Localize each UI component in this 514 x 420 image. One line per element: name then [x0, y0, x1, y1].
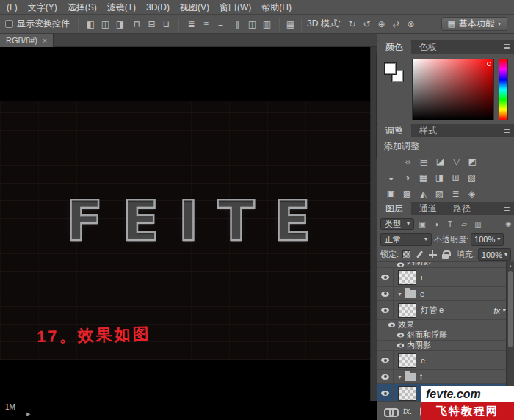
document-tab[interactable]: RGB/8#) × [0, 34, 54, 47]
color-balance-icon[interactable]: ◑ [400, 172, 414, 184]
distribute-left-icon[interactable]: ∥ [231, 18, 245, 31]
tab-adjustments[interactable]: 调整 [377, 124, 411, 137]
group-row-f[interactable]: ▼ f [377, 370, 514, 384]
channel-mixer-icon[interactable]: ⊞ [449, 172, 463, 184]
expand-triangle-icon[interactable]: ▼ [397, 374, 402, 380]
scrollbar-thumb[interactable] [508, 271, 513, 347]
foreground-color-swatch[interactable] [384, 62, 397, 75]
tab-channels[interactable]: 通道 [411, 202, 445, 215]
layer-row-tube-e[interactable]: 灯管 e fx ▾ [377, 301, 514, 320]
tab-swatches[interactable]: 色板 [411, 40, 445, 54]
lock-position-icon[interactable] [427, 249, 438, 260]
menu-type[interactable]: 文字(Y) [23, 0, 62, 15]
distribute-hcenter-icon[interactable]: ◫ [245, 18, 259, 31]
align-left-icon[interactable]: ◧ [84, 18, 98, 31]
blend-mode-select[interactable]: 正常 ▾ [380, 233, 432, 246]
filter-toggle-icon[interactable]: ◉ [505, 220, 511, 228]
layer-fx-badge[interactable]: fx ▾ [493, 306, 505, 315]
effect-row-bevel-emboss[interactable]: 斜面和浮雕 [377, 330, 514, 341]
distribute-vcenter-icon[interactable]: ≡ [199, 18, 213, 31]
visibility-eye-icon[interactable] [397, 344, 403, 348]
menu-3d[interactable]: 3D(D) [141, 0, 175, 15]
3d-scale-icon[interactable]: ⊗ [404, 18, 418, 31]
selective-color-icon[interactable]: ≣ [449, 188, 463, 200]
fill-field[interactable]: 100% ▾ [478, 248, 511, 261]
saturation-brightness-field[interactable] [412, 59, 494, 120]
distribute-bottom-icon[interactable]: = [214, 18, 228, 31]
scroll-up-icon[interactable]: ▲ [507, 264, 514, 268]
show-transform-checkbox[interactable] [5, 20, 13, 28]
layer-thumbnail[interactable] [398, 386, 416, 401]
3d-rotate-icon[interactable]: ↻ [345, 18, 359, 31]
gradient-map-icon[interactable]: ▨ [432, 188, 446, 200]
visibility-eye-icon[interactable] [397, 333, 403, 338]
filter-adjustment-layers-icon[interactable]: ◑ [430, 218, 442, 230]
curves-icon[interactable]: ◪ [433, 156, 447, 168]
panel-menu-icon[interactable]: ≣ [504, 203, 510, 213]
panel-menu-icon[interactable]: ≣ [504, 42, 510, 51]
effect-row-inner-shadow-partial[interactable]: 内阴影 [377, 262, 514, 268]
lock-transparency-icon[interactable] [402, 249, 412, 260]
filter-shape-layers-icon[interactable]: ▱ [458, 218, 470, 230]
3d-drag-icon[interactable]: ⊕ [374, 18, 388, 31]
visibility-eye-icon[interactable] [397, 263, 403, 267]
filter-type-layers-icon[interactable]: T [444, 218, 456, 230]
auto-align-icon[interactable]: ▦ [283, 18, 297, 31]
menu-view[interactable]: 视图(V) [175, 0, 214, 15]
align-hcenter-icon[interactable]: ◫ [98, 18, 112, 31]
tab-paths[interactable]: 路径 [445, 202, 479, 215]
expand-triangle-icon[interactable]: ▼ [397, 292, 402, 297]
color-picker-dot[interactable] [487, 62, 491, 66]
visibility-eye-icon[interactable] [381, 391, 389, 396]
menu-select[interactable]: 选择(S) [62, 0, 102, 15]
lock-all-icon[interactable] [441, 249, 451, 260]
layer-thumbnail[interactable] [398, 353, 416, 368]
visibility-eye-icon[interactable] [381, 275, 389, 280]
align-vcenter-icon[interactable]: ⊟ [145, 18, 159, 31]
tab-styles[interactable]: 样式 [411, 124, 445, 137]
filter-smart-objects-icon[interactable]: ▥ [472, 218, 484, 230]
link-layers-button[interactable] [384, 408, 396, 414]
hue-slider[interactable] [499, 59, 508, 120]
layer-row-e[interactable]: e [377, 351, 514, 370]
menu-filter[interactable]: 滤镜(T) [102, 0, 141, 15]
group-row-e[interactable]: ▼ e [377, 287, 514, 301]
menu-layer[interactable]: (L) [1, 0, 23, 15]
opacity-field[interactable]: 100% ▾ [471, 233, 504, 246]
distribute-top-icon[interactable]: ≣ [184, 18, 198, 31]
layer-thumbnail[interactable] [398, 303, 416, 318]
menu-help[interactable]: 帮助(H) [256, 0, 297, 15]
levels-icon[interactable]: ▤ [417, 156, 431, 168]
tab-layers[interactable]: 图层 [377, 202, 411, 215]
posterize-icon[interactable]: ▩ [400, 188, 414, 200]
panel-menu-icon[interactable]: ≣ [504, 126, 510, 135]
3d-slide-icon[interactable]: ⇄ [389, 18, 403, 31]
color-lookup-icon[interactable]: ▧ [465, 172, 479, 184]
visibility-eye-icon[interactable] [381, 308, 389, 313]
canvas-area[interactable]: FEITE 17。效果如图 [0, 47, 377, 401]
layer-style-button[interactable]: fx. [403, 406, 413, 416]
visibility-eye-icon[interactable] [381, 358, 389, 363]
effect-row-inner-shadow[interactable]: 内阴影 [377, 341, 514, 351]
align-bottom-icon[interactable]: ⊔ [159, 18, 173, 31]
vibrance-icon[interactable]: ◩ [466, 156, 479, 168]
workspace-button[interactable]: ▦ 基本功能 ▾ [441, 17, 507, 31]
brightness-contrast-icon[interactable]: ☼ [401, 156, 415, 168]
tab-color[interactable]: 颜色 [377, 40, 411, 54]
black-white-icon[interactable]: ▦ [416, 172, 430, 184]
exposure-icon[interactable]: ▽ [449, 156, 463, 168]
canvas-vertical-scrollbar[interactable] [370, 47, 377, 401]
layer-row-i[interactable]: i [377, 268, 514, 287]
align-right-icon[interactable]: ◨ [113, 18, 127, 31]
filter-pixel-layers-icon[interactable]: ▣ [416, 218, 428, 230]
effects-header-row[interactable]: 效果 [377, 320, 514, 330]
lock-image-icon[interactable] [415, 249, 425, 260]
threshold-icon[interactable]: ◭ [416, 188, 430, 200]
scroll-right-icon[interactable]: ▶ [26, 411, 30, 417]
align-top-icon[interactable]: ⊓ [130, 18, 144, 31]
layer-thumbnail[interactable] [398, 270, 416, 285]
filter-type-select[interactable]: 类型 ▾ [380, 218, 414, 230]
layer-list-scrollbar[interactable]: ▲ ▼ [506, 262, 514, 401]
lookup-table-icon[interactable]: ◈ [465, 188, 479, 200]
visibility-eye-icon[interactable] [381, 292, 389, 297]
